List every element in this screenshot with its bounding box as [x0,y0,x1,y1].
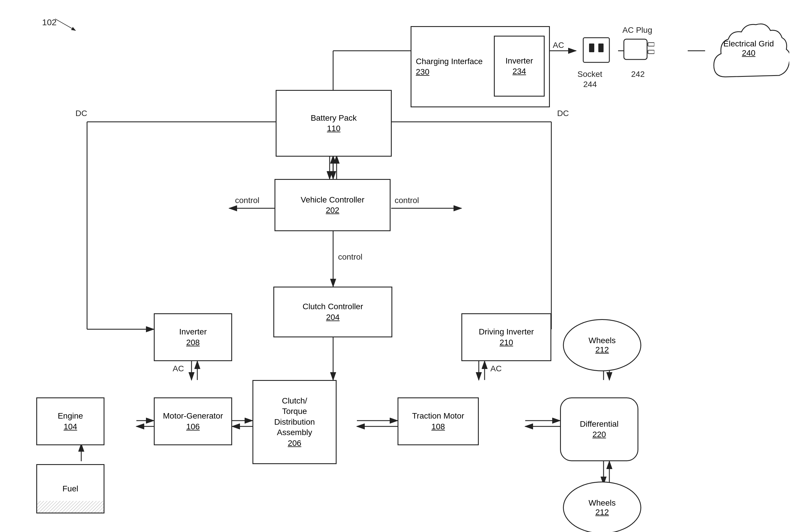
driving-inverter-label: Driving Inverter [479,327,534,337]
ac-label-right: AC [490,364,502,373]
svg-line-39 [55,19,75,31]
fuel-box: Fuel [36,464,105,513]
wheels-bottom-ellipse: Wheels 212 [563,481,641,532]
wheels-bottom-num: 212 [595,508,609,517]
ac-label-left: AC [173,364,184,373]
svg-rect-43 [598,43,603,52]
electrical-grid-cloud: Electrical Grid 240 [708,19,789,94]
connection-lines [0,0,800,532]
wheels-bottom-label: Wheels [589,498,615,508]
socket-num: 244 [583,80,597,89]
fuel-hatch-svg [37,501,104,513]
wheels-top-ellipse: Wheels 212 [563,319,641,371]
diagram: 102 Charging Interface 230 Inverter 234 … [0,0,800,532]
fuel-label: Fuel [62,483,78,494]
ac-label-top: AC [553,41,564,50]
inverter-208-label: Inverter [179,327,207,337]
motor-generator-label: Motor-Generator [163,411,223,421]
dc-label-right: DC [557,109,569,118]
svg-rect-44 [624,39,647,59]
charging-interface-label: Charging Interface [416,56,483,67]
vehicle-controller-box: Vehicle Controller 202 [275,179,391,231]
inverter-208-box: Inverter 208 [154,313,232,361]
socket-svg [580,35,612,67]
ac-plug-label: AC Plug [622,25,652,35]
electrical-grid-num: 240 [708,49,789,58]
electrical-grid-label: Electrical Grid [708,39,789,49]
charging-interface-box: Charging Interface 230 Inverter 234 [411,26,550,107]
electrical-grid-text: Electrical Grid 240 [708,39,789,58]
ref-arrow [52,16,81,33]
battery-pack-label: Battery Pack [311,113,357,123]
engine-label: Engine [58,411,83,421]
plug-num: 242 [631,70,645,79]
vehicle-controller-label: Vehicle Controller [301,195,364,205]
svg-rect-48 [37,501,104,513]
inverter-208-num: 208 [186,337,200,348]
driving-inverter-num: 210 [500,337,513,348]
driving-inverter-box: Driving Inverter 210 [461,313,551,361]
motor-generator-box: Motor-Generator 106 [154,397,232,445]
clutch-torque-box: Clutch/TorqueDistributionAssembly 206 [253,380,337,464]
plug-svg [622,33,654,65]
inverter-234-box: Inverter 234 [494,36,545,97]
battery-pack-num: 110 [327,123,341,134]
differential-box: Differential 220 [560,397,638,461]
clutch-controller-box: Clutch Controller 204 [273,287,392,337]
wheels-top-num: 212 [595,345,609,355]
clutch-torque-num: 206 [288,438,301,449]
motor-generator-num: 106 [186,421,200,432]
charging-interface-num: 230 [416,67,429,77]
control-label-right: control [395,196,419,205]
control-label-left: control [235,196,259,205]
svg-rect-41 [583,38,609,62]
ac-plug-symbol [622,33,654,65]
traction-motor-label: Traction Motor [412,411,464,421]
inverter-234-num: 234 [513,66,526,77]
fuel-hatching [37,501,104,513]
clutch-torque-label: Clutch/TorqueDistributionAssembly [274,396,315,438]
inverter-234-label: Inverter [505,56,533,66]
clutch-controller-num: 204 [326,312,340,323]
socket-symbol [580,35,612,67]
vehicle-controller-num: 202 [326,205,339,215]
socket-label: Socket [577,70,602,79]
wheels-top-label: Wheels [589,336,615,345]
dc-label-left: DC [75,109,87,118]
differential-label: Differential [580,419,618,429]
traction-motor-box: Traction Motor 108 [397,397,479,445]
battery-pack-box: Battery Pack 110 [276,90,392,157]
svg-rect-42 [589,43,594,52]
engine-num: 104 [63,421,77,432]
engine-box: Engine 104 [36,397,105,445]
clutch-controller-label: Clutch Controller [303,301,363,312]
traction-motor-num: 108 [431,421,445,432]
svg-rect-45 [648,43,654,46]
svg-rect-46 [648,50,654,54]
differential-num: 220 [593,429,606,440]
control-label-bottom: control [338,252,362,262]
